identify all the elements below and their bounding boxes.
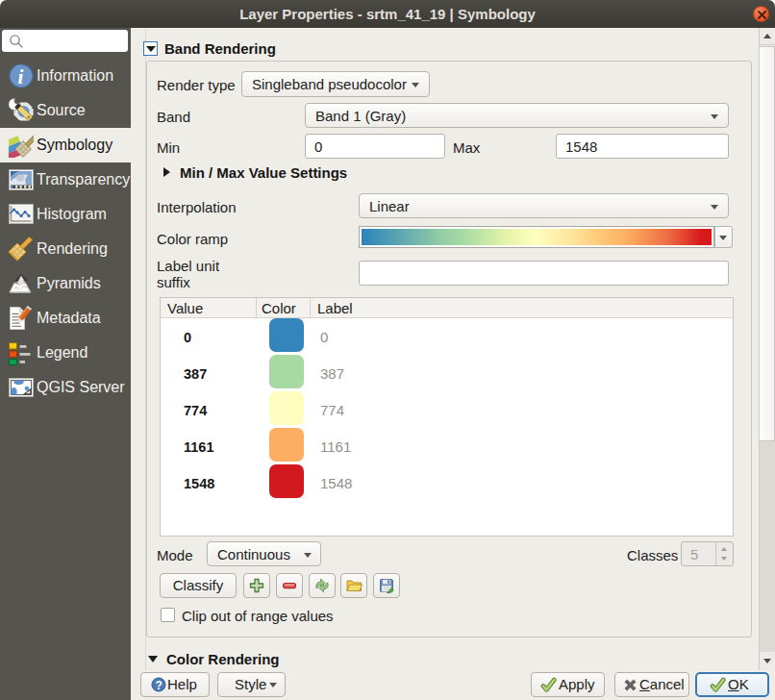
svg-text:i: i: [18, 65, 24, 88]
svg-text:?: ?: [156, 679, 162, 692]
